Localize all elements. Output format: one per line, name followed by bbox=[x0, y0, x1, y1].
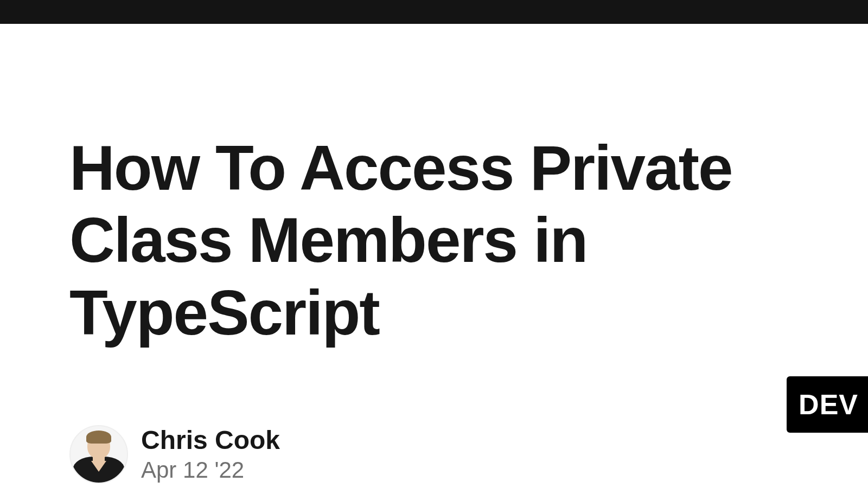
author-name[interactable]: Chris Cook bbox=[141, 426, 280, 455]
post-date: Apr 12 '22 bbox=[141, 457, 280, 483]
avatar-image bbox=[71, 426, 127, 483]
author-section: Chris Cook Apr 12 '22 bbox=[69, 425, 868, 484]
article-content: How To Access Private Class Members in T… bbox=[0, 24, 868, 484]
author-avatar[interactable] bbox=[69, 425, 128, 484]
top-bar bbox=[0, 0, 868, 24]
dev-badge[interactable]: DEV bbox=[787, 376, 868, 433]
article-title: How To Access Private Class Members in T… bbox=[69, 132, 868, 349]
author-info: Chris Cook Apr 12 '22 bbox=[141, 426, 280, 483]
